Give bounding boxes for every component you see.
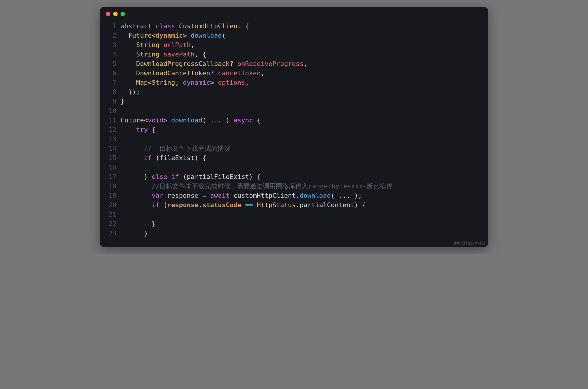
code-token: Map — [136, 79, 148, 86]
code-token — [121, 154, 144, 162]
line-content: DownloadCancelToken? cancelToken, — [121, 69, 482, 78]
line-number: 10 — [106, 106, 116, 116]
line-number: 1 — [106, 21, 116, 31]
code-area: 1abstract class CustomHttpClient {2 Futu… — [100, 19, 488, 247]
code-token: . — [198, 201, 202, 209]
code-token — [121, 69, 136, 77]
code-token: > — [210, 79, 214, 86]
line-number: 11 — [106, 116, 116, 125]
code-token: .partialContent) { — [296, 201, 366, 209]
line-number: 5 — [106, 59, 116, 69]
line-content: } else if (partialFileExist) { — [121, 172, 482, 182]
code-token: abstract — [121, 22, 152, 30]
code-token — [121, 51, 136, 58]
code-token — [121, 126, 136, 133]
line-number: 17 — [106, 172, 116, 182]
line-content — [121, 106, 482, 116]
code-token — [206, 192, 210, 199]
code-token: ( ... ); — [331, 192, 362, 199]
code-line: 15 if (fileExist) { — [106, 153, 482, 163]
code-token: HttpStatus — [257, 201, 296, 209]
line-content — [121, 134, 482, 144]
line-number: 7 — [106, 78, 116, 87]
code-token: await — [210, 192, 230, 199]
code-line: 2 Future<dynamic> download( — [106, 31, 482, 40]
code-line: 20 if (response.statusCode == HttpStatus… — [106, 200, 482, 210]
line-content: //目标文件未下载完成时候，需要通过调用网络库传入range:bytesxxx-… — [121, 182, 482, 191]
line-number: 19 — [106, 191, 116, 200]
code-token: download — [171, 117, 202, 124]
code-token: var — [152, 192, 163, 199]
code-line: 16 — [106, 163, 482, 172]
line-content: } — [121, 219, 482, 229]
line-number: 18 — [106, 182, 116, 191]
code-token — [121, 79, 136, 86]
line-number: 16 — [106, 163, 116, 172]
code-token: > — [183, 32, 187, 39]
code-token: async — [233, 117, 253, 124]
line-content: if (response.statusCode == HttpStatus.pa… — [121, 200, 482, 210]
code-token: DownloadCancelToken — [136, 69, 210, 77]
code-token — [167, 173, 171, 180]
line-content: try { — [121, 125, 482, 134]
code-line: 12 try { — [106, 125, 482, 134]
code-token: ? — [230, 60, 233, 67]
code-token: } — [121, 220, 156, 227]
line-number: 22 — [106, 219, 116, 229]
code-line: 9} — [106, 97, 482, 106]
code-token: , — [261, 69, 265, 77]
code-token: urlPath — [163, 41, 191, 49]
code-token: statusCode — [202, 201, 241, 209]
code-token: Future — [128, 32, 152, 39]
code-token — [152, 22, 156, 30]
code-token: } — [121, 173, 152, 180]
line-number: 12 — [106, 125, 116, 134]
code-line: 10 — [106, 106, 482, 116]
line-content: DownloadProgressCallback? onReceiveProgr… — [121, 59, 482, 69]
code-line: 14 // 目标文件下载完成的情况 — [106, 144, 482, 153]
line-number: 9 — [106, 97, 116, 106]
code-token: try — [136, 126, 148, 133]
line-number: 15 — [106, 153, 116, 163]
code-line: 22 } — [106, 219, 482, 229]
code-token: if — [144, 154, 152, 162]
code-token: response — [163, 192, 202, 199]
minimize-icon[interactable] — [113, 12, 118, 16]
code-token: response — [167, 201, 198, 209]
close-icon[interactable] — [106, 12, 110, 16]
code-token: if — [171, 173, 179, 180]
code-window: 1abstract class CustomHttpClient {2 Futu… — [100, 7, 488, 247]
code-token — [121, 192, 152, 199]
code-token: options — [218, 79, 245, 86]
code-token: ( — [222, 32, 225, 39]
code-token: String — [136, 41, 159, 49]
code-line: 11Future<void> download( ... ) async { — [106, 116, 482, 125]
code-token: dynamic — [156, 32, 183, 39]
line-content: // 目标文件下载完成的情况 — [121, 144, 482, 153]
code-token: customHttpClient. — [230, 192, 300, 199]
code-token: // 目标文件下载完成的情况 — [144, 145, 230, 152]
code-token: > — [163, 117, 167, 124]
code-token: == — [245, 201, 253, 209]
code-token: String — [152, 79, 175, 86]
code-token — [121, 182, 152, 190]
code-token: Future — [121, 117, 144, 124]
code-token — [121, 201, 152, 209]
code-token — [121, 32, 128, 39]
line-number: 21 — [106, 210, 116, 219]
code-token: class — [156, 22, 175, 30]
line-content: String savePath, { — [121, 50, 482, 59]
code-token: { — [253, 117, 261, 124]
code-line: 6 DownloadCancelToken? cancelToken, — [106, 69, 482, 78]
maximize-icon[interactable] — [121, 12, 125, 16]
line-content: String urlPath, — [121, 40, 482, 50]
code-line: 8 }); — [106, 87, 482, 97]
titlebar — [100, 7, 488, 19]
code-token: , — [245, 79, 249, 86]
code-token — [233, 60, 237, 67]
code-token: download — [191, 32, 222, 39]
line-content — [121, 210, 482, 219]
code-token — [187, 32, 191, 39]
code-token: if — [152, 201, 160, 209]
line-number: 20 — [106, 200, 116, 210]
